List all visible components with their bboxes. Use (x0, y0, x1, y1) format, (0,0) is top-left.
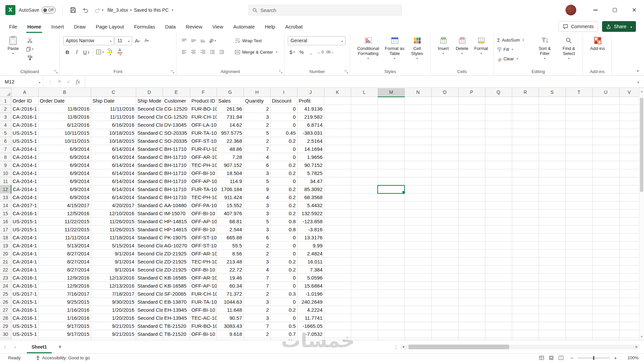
cell-V5[interactable] (619, 129, 639, 137)
cell-U16[interactable] (592, 218, 619, 226)
cell-D26[interactable]: Standard C (136, 298, 163, 306)
zoom-in-button[interactable] (613, 355, 618, 361)
cell-N22[interactable] (405, 266, 431, 274)
cell-H8[interactable]: 4 (244, 153, 270, 161)
cell-E15[interactable]: IM-15070 (163, 209, 190, 218)
cell-N15[interactable] (405, 209, 431, 218)
cell-Q4[interactable] (485, 121, 512, 129)
cell-D28[interactable]: Second Cla (136, 314, 163, 322)
cell-K16[interactable] (324, 218, 351, 226)
cell-C2[interactable]: 11/11/2016 (91, 105, 136, 113)
cell-L2[interactable] (351, 105, 378, 113)
cell-L9[interactable] (351, 161, 378, 169)
fill-button[interactable]: Fill (497, 45, 532, 54)
cell-P25[interactable] (458, 290, 485, 298)
cell-L7[interactable] (351, 145, 378, 153)
comma-format-button[interactable]: , (307, 48, 315, 56)
cell-V19[interactable] (619, 242, 639, 250)
cell-L4[interactable] (351, 121, 378, 129)
row-header-14[interactable]: 14 (0, 201, 11, 209)
cell-N30[interactable] (405, 330, 431, 338)
paste-button[interactable]: Paste (3, 36, 23, 66)
cell-U22[interactable] (592, 266, 619, 274)
cell-A17[interactable]: US-2015-1 (11, 226, 38, 234)
save-button[interactable] (70, 7, 76, 13)
cell-B18[interactable]: 11/11/2014 (38, 234, 91, 242)
cancel-button[interactable] (58, 78, 61, 85)
cell-K3[interactable] (324, 113, 351, 121)
row-header-22[interactable]: 22 (0, 266, 11, 274)
row-header-15[interactable]: 15 (0, 209, 11, 218)
cell-M23[interactable] (378, 274, 405, 282)
cell-P14[interactable] (458, 201, 485, 209)
cell-J13[interactable]: 68.3568 (297, 193, 324, 201)
cell-D7[interactable]: Standard C (136, 145, 163, 153)
cell-M20[interactable] (378, 250, 405, 258)
cell-T1[interactable] (566, 97, 592, 105)
cell-H4[interactable]: 2 (244, 121, 270, 129)
cell-F23[interactable]: OFF-AR-10 (190, 274, 217, 282)
cell-S13[interactable] (539, 193, 566, 201)
cell-K13[interactable] (324, 193, 351, 201)
cell-N20[interactable] (405, 250, 431, 258)
cell-T20[interactable] (566, 250, 592, 258)
cell-P13[interactable] (458, 193, 485, 201)
cell-L23[interactable] (351, 274, 378, 282)
cell-F29[interactable]: FUR-BO-10 (190, 322, 217, 330)
cell-U29[interactable] (592, 322, 619, 330)
cell-V6[interactable] (619, 137, 639, 145)
cell-G5[interactable]: 957.5775 (217, 129, 244, 137)
cell-M21[interactable] (378, 258, 405, 266)
cell-I16[interactable]: 0.8 (270, 218, 297, 226)
cell-S3[interactable] (539, 113, 566, 121)
cell-G21[interactable]: 213.48 (217, 258, 244, 266)
align-left-button[interactable] (180, 48, 189, 56)
page-layout-view-button[interactable] (549, 356, 554, 360)
cell-K8[interactable] (324, 153, 351, 161)
cell-H22[interactable]: 4 (244, 266, 270, 274)
cell-B7[interactable]: 6/9/2014 (38, 145, 91, 153)
cell-N10[interactable] (405, 169, 431, 177)
cell-S30[interactable] (539, 330, 566, 338)
cell-F26[interactable]: FUR-TA-10 (190, 298, 217, 306)
cell-C3[interactable]: 11/11/2016 (91, 113, 136, 121)
cell-S4[interactable] (539, 121, 566, 129)
cell-K17[interactable] (324, 226, 351, 234)
cell-R1[interactable] (512, 97, 539, 105)
cell-F13[interactable]: TEC-PH-10 (190, 193, 217, 201)
cell-G18[interactable]: 665.88 (217, 234, 244, 242)
cell-M18[interactable] (378, 234, 405, 242)
cell-Q17[interactable] (485, 226, 512, 234)
cell-J11[interactable]: 34.47 (297, 177, 324, 185)
cell-T23[interactable] (566, 274, 592, 282)
cell-L1[interactable] (351, 97, 378, 105)
autosum-button[interactable]: Σ AutoSum (497, 36, 532, 44)
column-header-O[interactable]: O (431, 88, 458, 97)
cell-J17[interactable]: -3.816 (297, 226, 324, 234)
cell-D2[interactable]: Second Cla (136, 105, 163, 113)
cell-H5[interactable]: 5 (244, 129, 270, 137)
cell-T16[interactable] (566, 218, 592, 226)
cell-V9[interactable] (619, 161, 639, 169)
cell-U2[interactable] (592, 105, 619, 113)
tab-formulas[interactable]: Formulas (129, 20, 160, 33)
share-button[interactable]: Share (602, 21, 636, 32)
row-header-18[interactable]: 18 (0, 234, 11, 242)
cell-G27[interactable]: 11.648 (217, 306, 244, 314)
select-all-button[interactable] (0, 88, 11, 97)
cell-F30[interactable]: OFF-BI-10 (190, 330, 217, 338)
cell-I10[interactable]: 0.2 (270, 169, 297, 177)
cell-F19[interactable]: OFF-ST-10 (190, 242, 217, 250)
cell-T14[interactable] (566, 201, 592, 209)
cell-I30[interactable]: 0.7 (270, 330, 297, 338)
cell-O4[interactable] (431, 121, 458, 129)
row-header-10[interactable]: 10 (0, 169, 11, 177)
cell-O11[interactable] (431, 177, 458, 185)
cell-E9[interactable]: BH-11710 (163, 161, 190, 169)
cell-T5[interactable] (566, 129, 592, 137)
cell-I21[interactable]: 0.2 (270, 258, 297, 266)
cell-E24[interactable]: KB-16585 (163, 282, 190, 290)
horizontal-scroll-track[interactable] (406, 345, 634, 349)
cell-H6[interactable]: 2 (244, 137, 270, 145)
cell-N27[interactable] (405, 306, 431, 314)
